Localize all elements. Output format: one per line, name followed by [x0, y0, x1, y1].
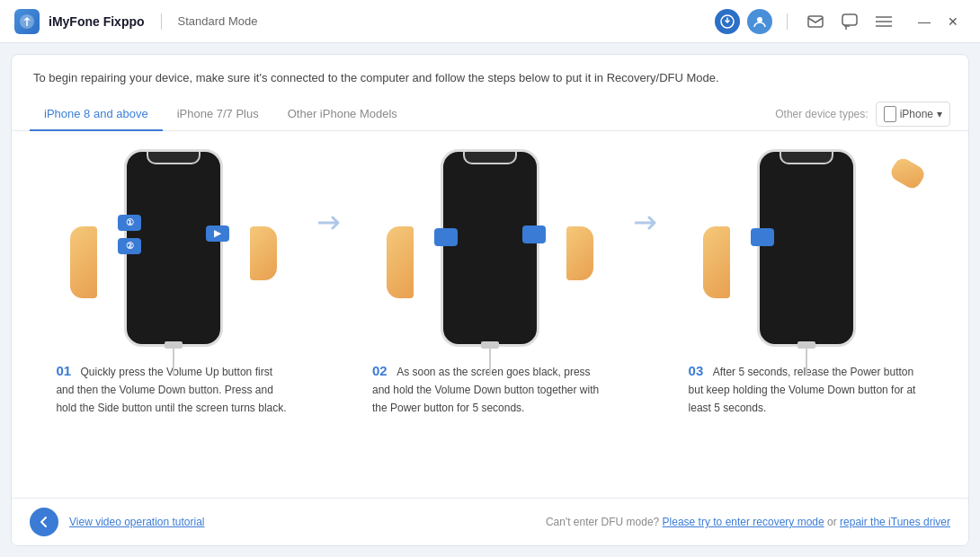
svg-rect-3 — [808, 16, 823, 27]
phone-connector-2 — [481, 341, 499, 349]
dropdown-arrow-icon: ▾ — [937, 108, 942, 120]
user-avatar[interactable] — [747, 9, 772, 34]
device-icon — [884, 106, 896, 122]
mail-icon-btn[interactable] — [802, 8, 829, 35]
dfu-question-text: Can't enter DFU mode? — [546, 516, 659, 528]
back-button[interactable] — [30, 508, 58, 536]
app-name: iMyFone Fixppo — [49, 14, 145, 29]
device-type-selector: Other device types: iPhone ▾ — [775, 102, 950, 127]
phone-cable-3 — [806, 349, 807, 376]
step-text-3: After 5 seconds, release the Power butto… — [689, 366, 916, 414]
phone-notch-2 — [463, 152, 517, 164]
close-button[interactable]: ✕ — [940, 9, 966, 34]
step-num-3: 03 — [689, 363, 704, 378]
instruction-text: To begin repairing your device, make sur… — [33, 71, 719, 84]
phone-cable-2 — [489, 349, 491, 376]
recovery-mode-link[interactable]: Please try to enter recovery mode — [663, 516, 824, 528]
main-content: To begin repairing your device, make sur… — [11, 54, 969, 546]
window-controls: — ✕ — [912, 9, 966, 34]
phone-body-3 — [757, 149, 856, 347]
phone-notch-1 — [147, 152, 200, 164]
footer-left: View video operation tutorial — [30, 508, 205, 536]
title-bar: iMyFone Fixppo Standard Mode — [0, 0, 980, 43]
svg-point-2 — [757, 17, 762, 22]
tabs-bar: iPhone 8 and above iPhone 7/7 Plus Other… — [12, 98, 968, 131]
tab-other[interactable]: Other iPhone Models — [273, 98, 412, 131]
phone-cable-1 — [173, 349, 174, 376]
step-block-1: ① ② ▶ 01 Quickly press the Volume Up but… — [48, 140, 299, 425]
device-selected-value: iPhone — [900, 108, 933, 120]
divider2 — [787, 13, 788, 30]
phone-body-1: ① ② ▶ — [124, 149, 223, 347]
svg-rect-4 — [842, 14, 857, 25]
phone-notch-3 — [780, 152, 833, 164]
step-num-1: 01 — [56, 363, 71, 378]
title-bar-left: iMyFone Fixppo Standard Mode — [14, 9, 257, 34]
step-arrow-2 — [635, 140, 662, 234]
step-block-3: 03 After 5 seconds, release the Power bu… — [681, 140, 932, 425]
chat-icon-btn[interactable] — [836, 8, 863, 35]
step-block-2: 02 As soon as the screen goes black, pre… — [364, 140, 616, 425]
step-text-2: As soon as the screen goes black, press … — [372, 366, 599, 414]
phone-connector-3 — [797, 341, 815, 349]
video-tutorial-link[interactable]: View video operation tutorial — [69, 516, 205, 528]
mode-label: Standard Mode — [178, 14, 258, 28]
title-bar-right: — ✕ — [715, 8, 966, 35]
tab-iphone8[interactable]: iPhone 8 and above — [30, 98, 163, 131]
step-text-1: Quickly press the Volume Up button first… — [56, 366, 286, 414]
instruction-banner: To begin repairing your device, make sur… — [12, 55, 968, 98]
step-arrow-1 — [318, 140, 345, 234]
step-num-2: 02 — [372, 363, 388, 378]
phone-illustration-2 — [405, 140, 575, 356]
device-select-dropdown[interactable]: iPhone ▾ — [876, 102, 950, 127]
footer-right: Can't enter DFU mode? Please try to ente… — [546, 516, 950, 528]
or-text: or — [827, 516, 840, 528]
phone-illustration-1: ① ② ▶ — [88, 140, 259, 356]
update-button[interactable] — [715, 9, 740, 34]
footer: View video operation tutorial Can't ente… — [12, 498, 968, 545]
minimize-button[interactable]: — — [912, 9, 937, 34]
device-type-label: Other device types: — [775, 108, 868, 120]
tab-iphone7[interactable]: iPhone 7/7 Plus — [163, 98, 273, 131]
phone-connector-1 — [165, 341, 183, 349]
phone-illustration-3 — [721, 140, 892, 356]
itunes-driver-link[interactable]: repair the iTunes driver — [840, 516, 950, 528]
menu-icon-btn[interactable] — [870, 8, 897, 35]
app-logo — [14, 9, 40, 34]
steps-area: ① ② ▶ 01 Quickly press the Volume Up but… — [12, 131, 968, 499]
divider — [161, 13, 162, 30]
phone-body-2 — [441, 149, 539, 347]
